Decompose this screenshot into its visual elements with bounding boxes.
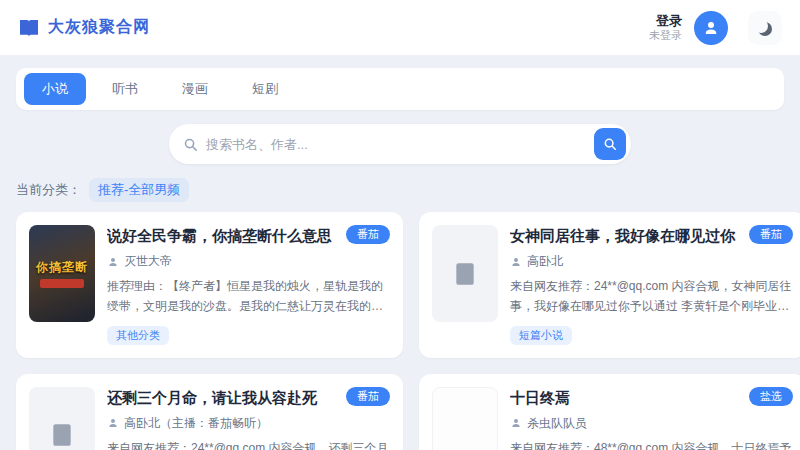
search-box <box>169 124 631 164</box>
author-name: 杀虫队队员 <box>527 415 587 432</box>
moon-icon <box>754 19 768 33</box>
book-description: 来自网友推荐：24**@qq.com 内容合规，女神同居往事，我好像在哪见过你予… <box>510 277 793 317</box>
user-icon <box>702 19 720 37</box>
author-icon <box>107 256 119 268</box>
search-input[interactable] <box>206 137 586 152</box>
book-cover-image: 你搞垄断 <box>29 225 95 322</box>
book-card[interactable]: 你搞垄断 说好全民争霸，你搞垄断什么意思 番茄 灭世大帝 推荐理由：【终产者】恒… <box>16 212 403 358</box>
tab-novel[interactable]: 小说 <box>24 73 86 105</box>
category-label: 当前分类： <box>16 181 81 199</box>
book-card[interactable]: 还剩三个月命，请让我从容赴死 番茄 高卧北（主播：番茄畅听） 来自网友推荐：24… <box>16 374 403 450</box>
author-icon <box>107 417 119 429</box>
source-badge: 番茄 <box>346 387 390 406</box>
book-cover-placeholder <box>29 387 95 450</box>
login-label[interactable]: 登录 <box>649 13 682 29</box>
book-card[interactable]: 十日终焉 盐选 杀虫队队员 来自网友推荐：48**@qq.com 内容合规，十日… <box>419 374 800 450</box>
book-description: 推荐理由：【终产者】恒星是我的烛火，星轨是我的绶带，文明是我的沙盘。是我的仁慈让… <box>107 277 390 317</box>
search-row <box>0 124 800 164</box>
dark-mode-toggle[interactable] <box>748 11 782 45</box>
book-placeholder-icon <box>452 261 478 287</box>
category-tag[interactable]: 其他分类 <box>107 326 169 345</box>
site-title: 大灰狼聚合网 <box>48 17 150 38</box>
search-submit-icon <box>603 137 617 151</box>
book-cover-blank <box>432 387 498 450</box>
login-status: 未登录 <box>649 29 682 43</box>
cover-art-title: 你搞垄断 <box>36 259 88 276</box>
book-placeholder-icon <box>49 422 75 448</box>
source-badge: 番茄 <box>749 225 793 244</box>
author-icon <box>510 256 522 268</box>
tab-audiobook[interactable]: 听书 <box>94 73 156 105</box>
book-card[interactable]: 女神同居往事，我好像在哪见过你 番茄 高卧北 来自网友推荐：24**@qq.co… <box>419 212 800 358</box>
header: 大灰狼聚合网 登录 未登录 <box>0 0 800 56</box>
avatar[interactable] <box>694 11 728 45</box>
category-tag[interactable]: 短篇小说 <box>510 326 572 345</box>
tab-comic[interactable]: 漫画 <box>164 73 226 105</box>
category-value-link[interactable]: 推荐-全部男频 <box>89 178 189 202</box>
book-description: 来自网友推荐：24**@qq.com 内容合规，还剩三个月命，请让我从容赴死予以… <box>107 439 390 450</box>
cover-art-ribbon <box>40 279 84 288</box>
author-name: 高卧北（主播：番茄畅听） <box>124 415 268 432</box>
author-name: 高卧北 <box>527 253 563 270</box>
author-name: 灭世大帝 <box>124 253 172 270</box>
logo[interactable]: 大灰狼聚合网 <box>18 17 150 38</box>
book-logo-icon <box>18 19 40 37</box>
login-block[interactable]: 登录 未登录 <box>649 13 682 43</box>
source-badge: 盐选 <box>749 387 793 406</box>
author-icon <box>510 417 522 429</box>
book-description: 来自网友推荐：48**@qq.com 内容合规，十日终焉予以通过（不后宫，不套路… <box>510 439 793 450</box>
book-grid: 你搞垄断 说好全民争霸，你搞垄断什么意思 番茄 灭世大帝 推荐理由：【终产者】恒… <box>16 212 784 450</box>
book-cover-placeholder <box>432 225 498 322</box>
source-badge: 番茄 <box>346 225 390 244</box>
search-icon <box>183 137 198 152</box>
tab-short-drama[interactable]: 短剧 <box>234 73 296 105</box>
search-submit-button[interactable] <box>594 128 626 160</box>
category-row: 当前分类： 推荐-全部男频 <box>16 178 784 202</box>
media-type-tabbar: 小说 听书 漫画 短剧 <box>16 68 784 110</box>
